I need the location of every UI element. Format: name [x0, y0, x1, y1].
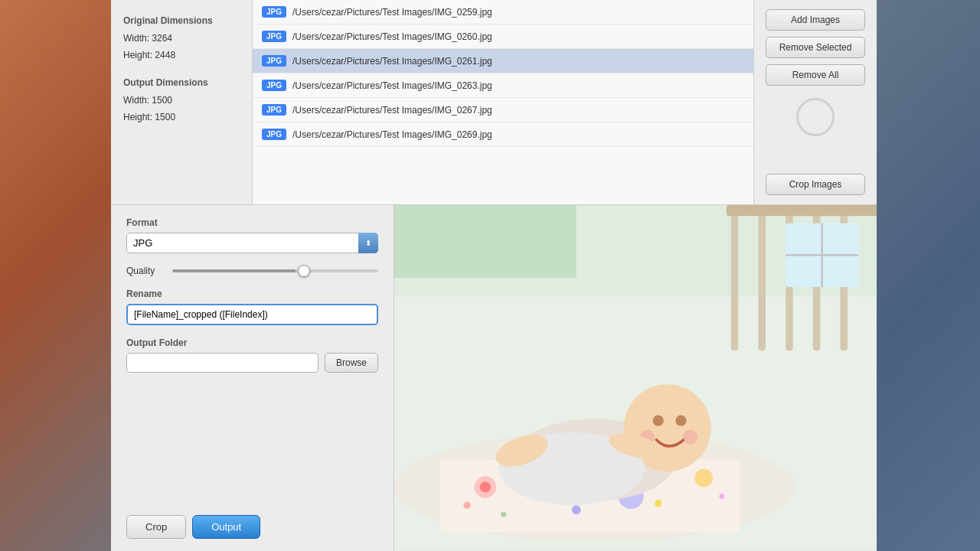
svg-rect-2: [731, 205, 739, 350]
svg-point-32: [719, 494, 724, 499]
svg-point-30: [572, 506, 581, 515]
file-path: /Users/cezar/Pictures/Test Images/IMG_02…: [292, 31, 492, 42]
format-select-wrapper: JPG PNG TIFF BMP ⬍: [126, 233, 378, 253]
format-label: Format: [126, 217, 378, 228]
rename-group: Rename: [126, 289, 378, 325]
jpg-badge: JPG: [262, 104, 286, 116]
file-path: /Users/cezar/Pictures/Test Images/IMG_02…: [292, 105, 492, 116]
svg-rect-7: [727, 205, 877, 216]
output-button[interactable]: Output: [192, 515, 260, 539]
quality-group: Quality: [126, 266, 378, 276]
right-panel: Add Images Remove Selected Remove All Cr…: [754, 0, 877, 204]
output-height: Height: 1500: [123, 109, 240, 126]
add-images-button[interactable]: Add Images: [766, 9, 865, 31]
original-height: Height: 2448: [123, 47, 240, 64]
bottom-buttons: Crop Output: [126, 509, 378, 539]
output-folder-label: Output Folder: [126, 337, 378, 348]
quality-label: Quality: [126, 266, 165, 276]
file-path: /Users/cezar/Pictures/Test Images/IMG_02…: [292, 7, 492, 18]
rename-input[interactable]: [126, 304, 378, 325]
svg-point-29: [501, 512, 506, 517]
baby-preview-image: [394, 205, 877, 551]
preview-panel: [394, 205, 877, 551]
format-select[interactable]: JPG PNG TIFF BMP: [126, 233, 378, 253]
bottom-section: Format JPG PNG TIFF BMP ⬍ Quality: [111, 205, 877, 551]
remove-selected-button[interactable]: Remove Selected: [766, 37, 865, 58]
file-path: /Users/cezar/Pictures/Test Images/IMG_02…: [292, 80, 492, 91]
file-path: /Users/cezar/Pictures/Test Images/IMG_02…: [292, 56, 492, 67]
output-folder-group: Output Folder Browse: [126, 337, 378, 373]
svg-point-31: [655, 500, 662, 507]
file-list[interactable]: JPG/Users/cezar/Pictures/Test Images/IMG…: [253, 0, 754, 204]
svg-point-28: [463, 502, 471, 510]
format-group: Format JPG PNG TIFF BMP ⬍: [126, 217, 378, 253]
jpg-badge: JPG: [262, 55, 286, 67]
original-width: Width: 3264: [123, 31, 240, 47]
file-list-item[interactable]: JPG/Users/cezar/Pictures/Test Images/IMG…: [253, 122, 753, 147]
crop-button[interactable]: Crop: [126, 515, 186, 539]
quality-slider[interactable]: [172, 269, 378, 272]
output-folder-row: Browse: [126, 353, 378, 373]
jpg-badge: JPG: [262, 6, 286, 18]
original-dimensions-label: Original Dimensions: [123, 15, 240, 26]
left-panel: Original Dimensions Width: 3264 Height: …: [111, 0, 253, 204]
svg-rect-27: [394, 205, 577, 278]
file-list-item[interactable]: JPG/Users/cezar/Pictures/Test Images/IMG…: [253, 0, 753, 24]
svg-point-17: [694, 469, 713, 487]
remove-all-button[interactable]: Remove All: [766, 64, 865, 86]
svg-rect-3: [758, 205, 766, 350]
jpg-badge: JPG: [262, 129, 286, 140]
browse-button[interactable]: Browse: [325, 353, 378, 373]
jpg-badge: JPG: [262, 80, 286, 91]
file-path: /Users/cezar/Pictures/Test Images/IMG_02…: [292, 129, 492, 140]
progress-circle: [796, 98, 835, 136]
svg-point-20: [653, 416, 664, 426]
file-list-item[interactable]: JPG/Users/cezar/Pictures/Test Images/IMG…: [253, 98, 753, 122]
baby-svg: [394, 205, 877, 551]
original-dimensions-group: Original Dimensions Width: 3264 Height: …: [123, 15, 240, 64]
file-list-item[interactable]: JPG/Users/cezar/Pictures/Test Images/IMG…: [253, 73, 753, 98]
svg-point-23: [683, 430, 697, 445]
output-width: Width: 1500: [123, 93, 240, 109]
quality-row: Quality: [126, 266, 378, 276]
jpg-badge: JPG: [262, 31, 286, 42]
file-list-item[interactable]: JPG/Users/cezar/Pictures/Test Images/IMG…: [253, 24, 753, 49]
crop-images-button[interactable]: Crop Images: [766, 174, 865, 195]
svg-point-21: [675, 416, 686, 426]
output-dimensions-label: Output Dimensions: [123, 77, 240, 88]
folder-path-input[interactable]: [126, 353, 318, 373]
options-panel: Format JPG PNG TIFF BMP ⬍ Quality: [111, 205, 394, 551]
svg-point-14: [480, 482, 491, 493]
main-window: Original Dimensions Width: 3264 Height: …: [111, 0, 877, 551]
output-dimensions-group: Output Dimensions Width: 1500 Height: 15…: [123, 77, 240, 126]
top-section: Original Dimensions Width: 3264 Height: …: [111, 0, 877, 205]
file-list-item[interactable]: JPG/Users/cezar/Pictures/Test Images/IMG…: [253, 49, 753, 73]
rename-label: Rename: [126, 289, 378, 299]
